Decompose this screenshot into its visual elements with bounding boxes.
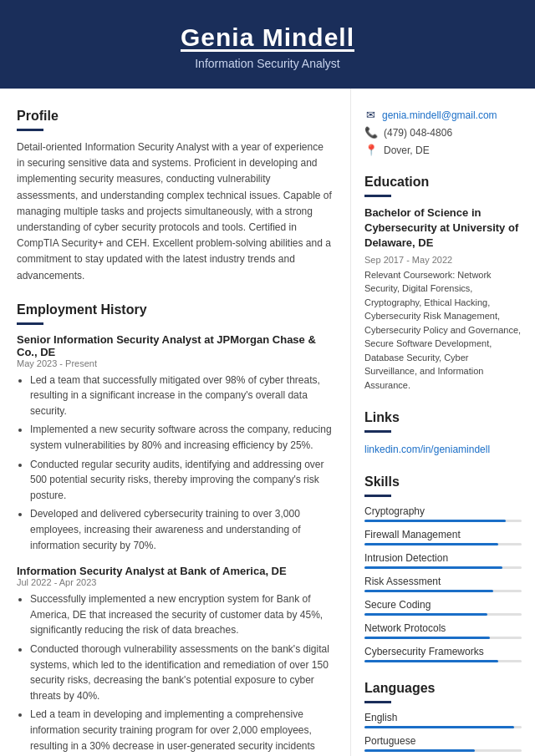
linkedin-link-item: linkedin.com/in/geniamindell bbox=[364, 441, 522, 456]
job-date: May 2023 - Present bbox=[17, 358, 334, 368]
linkedin-link[interactable]: linkedin.com/in/geniamindell bbox=[364, 444, 490, 455]
language-bar-fill bbox=[364, 749, 475, 752]
languages-list: EnglishPortuguese bbox=[364, 712, 522, 752]
job-item: Senior Information Security Analyst at J… bbox=[17, 333, 334, 554]
employment-section: Employment History Senior Information Se… bbox=[17, 302, 334, 756]
candidate-name: Genia Mindell bbox=[17, 23, 518, 52]
language-bar-bg bbox=[364, 726, 522, 728]
skill-bar-fill bbox=[364, 520, 506, 522]
edu-date: Sep 2017 - May 2022 bbox=[364, 255, 522, 265]
skills-divider bbox=[364, 495, 391, 497]
skill-name: Secure Coding bbox=[364, 599, 522, 611]
skill-bar-fill bbox=[364, 613, 487, 616]
email-icon: ✉ bbox=[364, 109, 376, 121]
skills-title: Skills bbox=[364, 474, 522, 490]
jobs-list: Senior Information Security Analyst at J… bbox=[17, 333, 334, 756]
skill-bar-bg bbox=[364, 520, 522, 522]
skill-name: Cryptography bbox=[364, 505, 522, 517]
skill-name: Risk Assessment bbox=[364, 576, 522, 587]
coursework-label: Relevant Coursework: bbox=[364, 270, 455, 280]
skill-bar-bg bbox=[364, 613, 522, 616]
job-bullet: Conducted regular security audits, ident… bbox=[30, 457, 334, 504]
skill-bar-bg bbox=[364, 660, 522, 662]
job-bullets: Successfully implemented a new encryptio… bbox=[17, 591, 334, 756]
skills-section: Skills CryptographyFirewall ManagementIn… bbox=[364, 474, 522, 662]
job-bullet: Led a team that successfully mitigated o… bbox=[30, 373, 334, 419]
job-bullet: Conducted thorough vulnerability assessm… bbox=[30, 642, 334, 703]
skill-bar-fill bbox=[364, 566, 502, 569]
skill-item: Network Protocols bbox=[364, 622, 522, 639]
profile-text: Detail-oriented Information Security Ana… bbox=[17, 140, 334, 284]
location-text: Dover, DE bbox=[384, 145, 430, 156]
skill-bar-bg bbox=[364, 566, 522, 569]
job-bullet: Developed and delivered cybersecurity tr… bbox=[30, 506, 334, 553]
phone-text: (479) 048-4806 bbox=[384, 127, 452, 139]
skill-name: Cybersecurity Frameworks bbox=[364, 646, 522, 657]
links-section: Links linkedin.com/in/geniamindell bbox=[364, 410, 522, 456]
skill-bar-bg bbox=[364, 637, 522, 639]
language-name: English bbox=[364, 712, 522, 723]
skill-item: Intrusion Detection bbox=[364, 552, 522, 569]
skill-item: Cryptography bbox=[364, 505, 522, 522]
employment-divider bbox=[17, 322, 43, 325]
phone-icon: 📞 bbox=[364, 126, 378, 139]
edu-coursework: Relevant Coursework: Network Security, D… bbox=[364, 268, 522, 393]
resume-container: Genia Mindell Information Security Analy… bbox=[0, 0, 535, 756]
skill-item: Risk Assessment bbox=[364, 576, 522, 592]
links-divider bbox=[364, 430, 391, 433]
skills-list: CryptographyFirewall ManagementIntrusion… bbox=[364, 505, 522, 662]
profile-section: Profile Detail-oriented Information Secu… bbox=[17, 109, 334, 284]
language-item: English bbox=[364, 712, 522, 728]
job-title: Information Security Analyst at Bank of … bbox=[17, 565, 334, 577]
education-title: Education bbox=[364, 175, 522, 190]
links-title: Links bbox=[364, 410, 522, 425]
education-divider bbox=[364, 195, 391, 197]
body: Profile Detail-oriented Information Secu… bbox=[0, 89, 535, 756]
skill-name: Firewall Management bbox=[364, 529, 522, 540]
location-contact: 📍 Dover, DE bbox=[364, 144, 522, 156]
job-bullet: Led a team in developing and implementin… bbox=[30, 707, 334, 756]
education-section: Education Bachelor of Science in Cyberse… bbox=[364, 175, 522, 392]
phone-contact: 📞 (479) 048-4806 bbox=[364, 126, 522, 139]
header: Genia Mindell Information Security Analy… bbox=[0, 0, 535, 89]
language-name: Portuguese bbox=[364, 735, 522, 747]
skill-name: Network Protocols bbox=[364, 622, 522, 634]
skill-item: Firewall Management bbox=[364, 529, 522, 545]
employment-title: Employment History bbox=[17, 302, 334, 317]
job-bullet: Implemented a new security software acro… bbox=[30, 422, 334, 453]
location-icon: 📍 bbox=[364, 144, 378, 156]
skill-bar-fill bbox=[364, 543, 498, 545]
languages-title: Languages bbox=[364, 681, 522, 696]
language-bar-bg bbox=[364, 749, 522, 752]
skill-bar-fill bbox=[364, 637, 490, 639]
skill-name: Intrusion Detection bbox=[364, 552, 522, 564]
skill-bar-fill bbox=[364, 660, 498, 662]
left-column: Profile Detail-oriented Information Secu… bbox=[0, 89, 351, 756]
job-title: Senior Information Security Analyst at J… bbox=[17, 333, 334, 358]
languages-divider bbox=[364, 701, 391, 703]
job-bullet: Successfully implemented a new encryptio… bbox=[30, 591, 334, 638]
email-contact: ✉ genia.mindell@gmail.com bbox=[364, 109, 522, 121]
email-link[interactable]: genia.mindell@gmail.com bbox=[382, 109, 497, 121]
profile-divider bbox=[17, 129, 43, 131]
profile-title: Profile bbox=[17, 109, 334, 124]
contact-section: ✉ genia.mindell@gmail.com 📞 (479) 048-48… bbox=[364, 109, 522, 156]
edu-degree: Bachelor of Science in Cybersecurity at … bbox=[364, 205, 522, 251]
coursework-text: Network Security, Digital Forensics, Cry… bbox=[364, 270, 521, 390]
skill-bar-bg bbox=[364, 590, 522, 592]
language-bar-fill bbox=[364, 726, 514, 728]
languages-section: Languages EnglishPortuguese bbox=[364, 681, 522, 752]
skill-bar-fill bbox=[364, 590, 493, 592]
job-date: Jul 2022 - Apr 2023 bbox=[17, 577, 334, 587]
skill-item: Cybersecurity Frameworks bbox=[364, 646, 522, 662]
skill-bar-bg bbox=[364, 543, 522, 545]
language-item: Portuguese bbox=[364, 735, 522, 752]
right-column: ✉ genia.mindell@gmail.com 📞 (479) 048-48… bbox=[351, 89, 535, 756]
job-item: Information Security Analyst at Bank of … bbox=[17, 565, 334, 756]
skill-item: Secure Coding bbox=[364, 599, 522, 616]
candidate-title: Information Security Analyst bbox=[17, 57, 518, 70]
job-bullets: Led a team that successfully mitigated o… bbox=[17, 373, 334, 554]
